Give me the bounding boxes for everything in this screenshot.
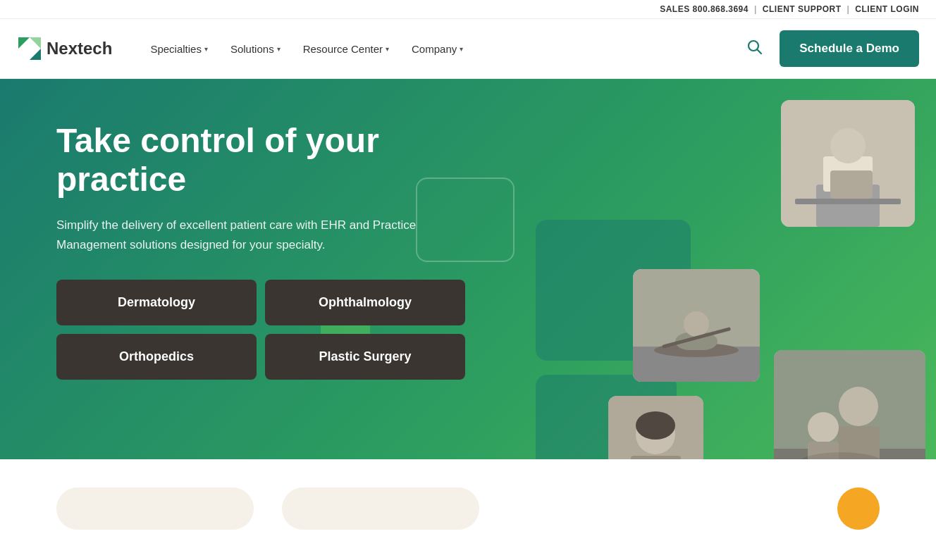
svg-rect-13 (633, 347, 760, 382)
doctor-image (781, 100, 915, 227)
below-card-orange (837, 487, 880, 530)
svg-rect-24 (774, 350, 925, 449)
divider-2: | (846, 4, 849, 14)
company-chevron-icon: ▾ (460, 45, 463, 53)
svg-rect-17 (662, 327, 731, 349)
nav-resource-center[interactable]: Resource Center ▾ (293, 37, 399, 61)
top-bar: SALES 800.868.3694 | CLIENT SUPPORT | CL… (0, 0, 936, 19)
kayak-image (633, 269, 760, 382)
photo-woman (608, 396, 703, 459)
specialty-orthopedics[interactable]: Orthopedics (56, 334, 257, 380)
solutions-label: Solutions (230, 43, 274, 55)
nav-links: Specialties ▾ Solutions ▾ Resource Cente… (140, 37, 739, 61)
nav-solutions[interactable]: Solutions ▾ (221, 37, 290, 61)
specialties-chevron-icon: ▾ (204, 45, 208, 53)
svg-rect-22 (774, 350, 925, 459)
photo-kayak (633, 269, 760, 382)
svg-point-25 (839, 387, 878, 426)
svg-point-14 (654, 343, 739, 357)
svg-rect-23 (774, 442, 925, 459)
client-support-link[interactable]: CLIENT SUPPORT (763, 4, 842, 14)
svg-rect-8 (823, 156, 873, 192)
svg-rect-15 (675, 332, 718, 350)
svg-rect-20 (631, 456, 681, 459)
photo-family (774, 350, 925, 459)
logo-link[interactable]: Nextech (17, 36, 112, 61)
nextech-logo-icon (17, 36, 42, 61)
sales-phone: SALES 800.868.3694 (660, 4, 749, 14)
nav-specialties[interactable]: Specialties ▾ (140, 37, 218, 61)
family-image (774, 350, 925, 459)
schedule-demo-button[interactable]: Schedule a Demo (780, 30, 919, 67)
svg-rect-10 (795, 199, 901, 204)
shape-teal-rect (536, 220, 691, 361)
shape-teal-bottom (536, 375, 677, 459)
svg-point-19 (636, 415, 675, 454)
svg-rect-28 (808, 442, 839, 459)
svg-point-29 (799, 452, 883, 459)
svg-point-21 (636, 411, 675, 440)
search-button[interactable] (739, 34, 771, 64)
main-nav: Nextech Specialties ▾ Solutions ▾ Resour… (0, 19, 936, 79)
photo-doctor (781, 100, 915, 227)
svg-rect-11 (830, 170, 873, 199)
specialty-dermatology[interactable]: Dermatology (56, 280, 257, 325)
specialty-grid: Dermatology Ophthalmology Orthopedics Pl… (56, 280, 465, 380)
client-login-link[interactable]: CLIENT LOGIN (855, 4, 919, 14)
specialty-plastic-surgery[interactable]: Plastic Surgery (265, 334, 465, 380)
svg-point-9 (830, 128, 866, 163)
specialties-label: Specialties (150, 43, 202, 55)
svg-rect-7 (816, 185, 880, 227)
woman-image (608, 396, 703, 459)
svg-point-16 (684, 311, 709, 337)
resource-center-chevron-icon: ▾ (386, 45, 389, 53)
nav-company[interactable]: Company ▾ (402, 37, 473, 61)
svg-rect-6 (781, 100, 915, 227)
below-card-2 (282, 487, 479, 530)
logo-text: Nextech (47, 39, 112, 58)
hero-photo-collage (584, 79, 936, 459)
hero-subtitle: Simplify the delivery of excellent patie… (56, 216, 423, 254)
hero-section: Take control of your practice Simplify t… (0, 79, 936, 459)
divider-1: | (754, 4, 757, 14)
hero-content: Take control of your practice Simplify t… (56, 121, 479, 380)
resource-center-label: Resource Center (303, 43, 383, 55)
svg-rect-12 (633, 269, 760, 382)
below-card-1 (56, 487, 254, 530)
specialty-ophthalmology[interactable]: Ophthalmology (265, 280, 465, 325)
svg-line-5 (758, 49, 762, 54)
solutions-chevron-icon: ▾ (277, 45, 281, 53)
company-label: Company (412, 43, 457, 55)
svg-rect-18 (608, 396, 703, 459)
below-hero-section (0, 459, 936, 558)
svg-rect-26 (837, 426, 880, 459)
hero-title: Take control of your practice (56, 121, 479, 199)
svg-point-27 (808, 412, 839, 443)
search-icon (747, 39, 763, 55)
